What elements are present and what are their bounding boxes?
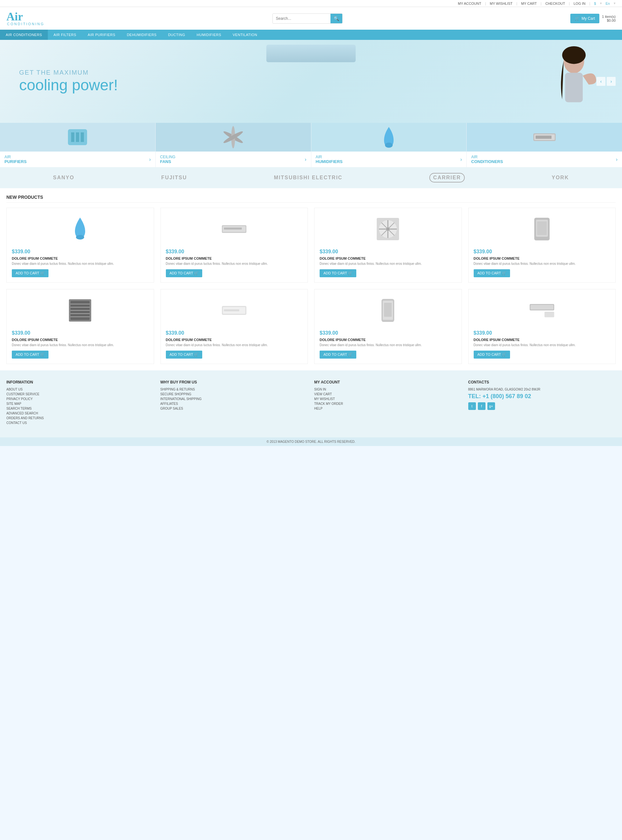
cat-arrow-icon: › [305, 157, 306, 162]
social-button-0[interactable]: t [468, 402, 476, 410]
search-input[interactable] [273, 14, 331, 23]
cat-tile-info: AIR PURIFIERS › [0, 151, 156, 167]
product-description: Donec vitae diam id purus luctus finiss.… [166, 262, 303, 266]
footer-link[interactable]: ORDERS AND RETURNS [6, 416, 154, 420]
nav-item-humidifiers[interactable]: HUMIDIFIERS [191, 30, 227, 40]
category-tile-fans[interactable]: CEILING FANS › [156, 123, 311, 167]
svg-point-1 [562, 46, 585, 64]
nav-item-air-filters[interactable]: AIR FILTERS [48, 30, 82, 40]
search-form: 🔍 [272, 14, 343, 24]
search-button[interactable]: 🔍 [331, 14, 342, 23]
products-section: NEW PRODUCTS $339.00 DOLORE IPSUM COMMET… [0, 188, 622, 370]
product-image [12, 294, 149, 326]
footer-link[interactable]: MY WISHLIST [314, 397, 462, 401]
top-bar: MY ACCOUNT | MY WISHLIST | MY CART | CHE… [0, 0, 622, 7]
footer-link[interactable]: ABOUT US [6, 387, 154, 391]
footer-link[interactable]: CUSTOMER SERVICE [6, 392, 154, 396]
category-tile-purifiers[interactable]: AIR PURIFIERS › [0, 123, 156, 167]
cart-button[interactable]: 🛒 My Cart [570, 14, 599, 23]
my-account-link[interactable]: MY ACCOUNT [458, 2, 481, 5]
nav-item-air-conditioners[interactable]: AIR CONDITIONERS [0, 30, 48, 40]
svg-point-15 [76, 235, 84, 239]
cat-tile-label: AIR PURIFIERS [5, 155, 26, 164]
product-image [474, 213, 611, 245]
nav-item-ventilation[interactable]: VENTILATION [227, 30, 263, 40]
product-description: Donec vitae diam id purus luctus finiss.… [12, 343, 149, 348]
footer-link[interactable]: AFFILIATES [160, 402, 308, 406]
copyright: © 2013 MAGENTO DEMO STORE. ALL RIGHTS RE… [267, 440, 356, 444]
cat-tile-img [156, 123, 311, 151]
product-price: $339.00 [320, 249, 456, 255]
cat-tile-label: CEILING FANS [160, 155, 175, 164]
category-tile-conditioners[interactable]: AIR CONDITIONERS › [466, 123, 622, 167]
footer-link[interactable]: INTERNATIONAL SHIPPING [160, 397, 308, 401]
brand-logo-york[interactable]: YORK [552, 175, 569, 181]
brand-logo-mitsubishi-electric[interactable]: MITSUBISHI ELECTRIC [274, 175, 343, 181]
nav-item-dehumidifiers[interactable]: DEHUMIDIFIERS [121, 30, 162, 40]
footer-why-buy: WHY BUY FROM USSHIPPING & RETURNSSECURE … [160, 380, 308, 426]
product-image [320, 213, 456, 245]
brand-logo-sanyo[interactable]: SANYO [53, 175, 74, 181]
category-tile-humidifiers[interactable]: AIR HUMIDIFIERS › [311, 123, 467, 167]
footer-contacts-title: CONTACTS [468, 380, 616, 384]
logo[interactable]: Air CONDITIONING [6, 11, 44, 26]
footer-info-title: INFORMATION [6, 380, 154, 384]
footer-link[interactable]: TRACK MY ORDER [314, 402, 462, 406]
brand-logo-fujitsu[interactable]: FUJITSU [162, 175, 187, 181]
footer-link[interactable]: VIEW CART [314, 392, 462, 396]
footer-link[interactable]: SEARCH TERMS [6, 407, 154, 410]
add-to-cart-button[interactable]: ADD TO CART 🛒 [320, 269, 356, 277]
svg-point-11 [385, 143, 393, 148]
my-cart-link[interactable]: MY CART [521, 2, 537, 5]
footer-link[interactable]: GROUP SALES [160, 407, 308, 410]
svg-rect-18 [224, 227, 242, 229]
svg-rect-43 [531, 305, 553, 309]
svg-rect-6 [81, 133, 84, 142]
brand-logo-carrier[interactable]: Carrier [429, 173, 465, 183]
cat-tile-img [0, 123, 156, 151]
product-name: DOLORE IPSUM COMMETE [474, 338, 611, 341]
add-to-cart-button[interactable]: ADD TO CART 🛒 [474, 269, 510, 277]
add-to-cart-button[interactable]: ADD TO CART 🛒 [474, 351, 510, 358]
hero-next-button[interactable]: › [607, 77, 616, 86]
checkout-link[interactable]: CHECKOUT [546, 2, 565, 5]
social-button-1[interactable]: f [478, 402, 485, 410]
footer-link[interactable]: ADVANCED SEARCH [6, 412, 154, 415]
product-description: Donec vitae diam id purus luctus finiss.… [12, 262, 149, 266]
cat-tile-img [466, 123, 622, 151]
login-link[interactable]: LOG IN [573, 2, 585, 5]
cat-tile-label: AIR HUMIDIFIERS [316, 155, 343, 164]
add-to-cart-button[interactable]: ADD TO CART 🛒 [12, 269, 49, 277]
add-to-cart-button[interactable]: ADD TO CART 🛒 [166, 269, 203, 277]
svg-rect-41 [384, 303, 392, 317]
product-description: Donec vitae diam id purus luctus finiss.… [474, 343, 611, 348]
language-selector[interactable]: En [606, 2, 610, 5]
cart-items: 1 item(s) [602, 15, 616, 18]
currency-selector[interactable]: $ [594, 2, 596, 5]
footer-link[interactable]: PRIVACY POLICY [6, 397, 154, 401]
footer-link[interactable]: SHIPPING & RETURNS [160, 387, 308, 391]
add-to-cart-button[interactable]: ADD TO CART 🛒 [12, 351, 49, 358]
product-card-0: $339.00 DOLORE IPSUM COMMETE Donec vitae… [6, 208, 154, 283]
cart-area: 🛒 My Cart 1 item(s) $0.00 [570, 14, 616, 23]
footer-link[interactable]: SIGN IN [314, 387, 462, 391]
nav-item-ducting[interactable]: DUCTING [162, 30, 191, 40]
footer-link[interactable]: HELP [314, 407, 462, 410]
footer-link[interactable]: CONTACT US [6, 421, 154, 425]
add-to-cart-button[interactable]: ADD TO CART 🛒 [166, 351, 203, 358]
my-wishlist-link[interactable]: MY WISHLIST [490, 2, 512, 5]
social-button-2[interactable]: g+ [487, 402, 495, 410]
footer-information: INFORMATIONABOUT USCUSTOMER SERVICEPRIVA… [6, 380, 154, 426]
footer-link[interactable]: SECURE SHOPPING [160, 392, 308, 396]
product-card-7: $339.00 DOLORE IPSUM COMMETE Donec vitae… [468, 289, 616, 364]
hero-prev-button[interactable]: ‹ [596, 77, 605, 86]
add-to-cart-button[interactable]: ADD TO CART 🛒 [320, 351, 356, 358]
nav-item-air-purifiers[interactable]: AIR PURIFIERS [82, 30, 121, 40]
section-title: NEW PRODUCTS [6, 195, 616, 203]
footer-link[interactable]: SITE MAP [6, 402, 154, 406]
product-name: DOLORE IPSUM COMMETE [474, 256, 611, 260]
footer-account-title: MY ACCOUNT [314, 380, 462, 384]
svg-rect-44 [544, 312, 554, 317]
product-price: $339.00 [166, 330, 303, 336]
footer: INFORMATIONABOUT USCUSTOMER SERVICEPRIVA… [0, 370, 622, 438]
